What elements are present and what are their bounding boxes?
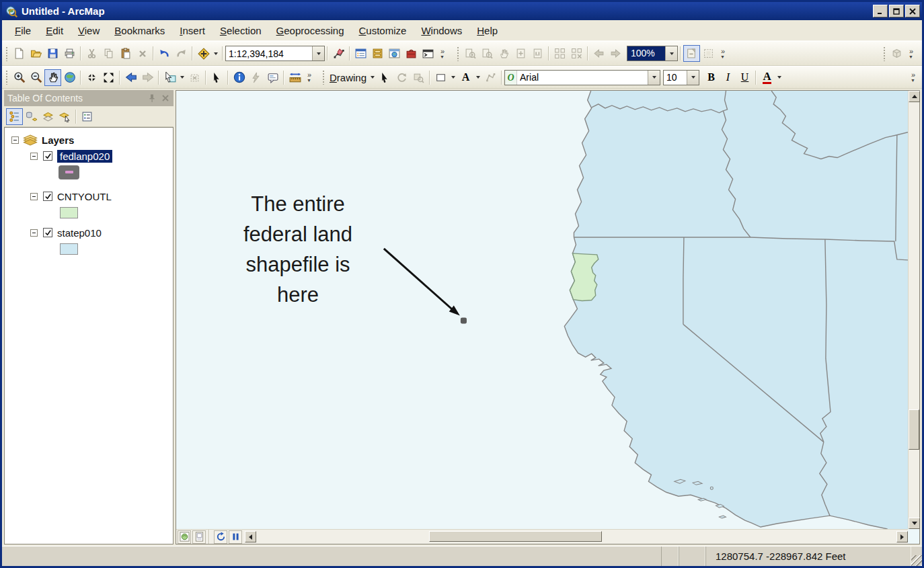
dataframe-toolbar-overflow[interactable]: »▼	[906, 45, 916, 63]
toc-header[interactable]: Table Of Contents	[4, 90, 174, 106]
federal-land-dot[interactable]	[461, 317, 467, 323]
list-by-selection-button[interactable]	[56, 108, 73, 125]
search-window-button[interactable]	[386, 45, 403, 62]
layout-zoom-in-disabled[interactable]	[462, 45, 479, 62]
toolbar-grip[interactable]	[457, 46, 459, 61]
layout-zoom-value[interactable]: 100%	[627, 46, 665, 60]
layout-zoom-dropdown[interactable]	[665, 46, 677, 60]
new-map-button[interactable]	[11, 45, 28, 62]
drawing-menu-dropdown[interactable]	[369, 69, 377, 86]
menu-customize[interactable]: Customize	[352, 22, 414, 40]
new-rectangle-tool[interactable]	[432, 69, 449, 86]
layer-label[interactable]: statep010	[57, 227, 102, 239]
hyperlink-tool-disabled[interactable]	[247, 69, 264, 86]
underline-button[interactable]: U	[736, 69, 753, 86]
menu-help[interactable]: Help	[469, 22, 505, 40]
add-data-button[interactable]	[195, 45, 212, 62]
horizontal-scroll-thumb[interactable]	[429, 531, 602, 542]
vertical-scroll-thumb[interactable]	[909, 409, 919, 450]
refresh-view-button[interactable]	[214, 530, 227, 544]
forward-extent-button-disabled[interactable]	[139, 69, 156, 86]
layer-symbol-row[interactable]	[5, 204, 173, 220]
layer-symbol-row[interactable]	[5, 164, 173, 180]
select-features-tool[interactable]	[161, 69, 178, 86]
pin-icon[interactable]	[147, 93, 157, 103]
fixed-zoom-in-tool[interactable]	[83, 69, 100, 86]
toggle-draft-mode-button[interactable]	[683, 45, 700, 62]
pan-tool-active[interactable]	[44, 69, 61, 86]
identify-tool[interactable]	[231, 69, 247, 86]
undo-button[interactable]	[156, 45, 173, 62]
font-size-dropdown[interactable]	[687, 71, 699, 85]
scroll-left-button[interactable]	[245, 531, 256, 542]
toc-root-row[interactable]: Layers	[5, 132, 173, 148]
font-color-dropdown[interactable]	[775, 69, 783, 86]
editor-toolbar-button[interactable]	[330, 45, 347, 62]
title-bar[interactable]: Untitled - ArcMap	[2, 2, 922, 20]
toolbar-grip[interactable]	[5, 46, 8, 61]
tools-toolbar-overflow[interactable]: »▼	[304, 69, 314, 86]
layer-symbol-row[interactable]	[5, 241, 173, 257]
collapse-icon[interactable]	[30, 153, 38, 160]
list-by-source-button[interactable]	[23, 108, 40, 125]
layout-zoom-out-disabled[interactable]	[479, 45, 496, 62]
minimize-button[interactable]	[873, 5, 888, 17]
paste-button[interactable]	[117, 45, 134, 62]
layer-checkbox[interactable]	[43, 151, 52, 161]
new-dataframe-disabled[interactable]	[888, 45, 905, 62]
layer-row-fedlanp020[interactable]: fedlanp020	[5, 148, 173, 164]
italic-button[interactable]: I	[720, 69, 736, 86]
bold-button[interactable]: B	[703, 69, 720, 86]
standard-toolbar-overflow[interactable]: »▼	[437, 45, 447, 63]
shape-dropdown[interactable]	[449, 69, 457, 86]
layout-fixed-zoom-disabled[interactable]	[512, 45, 529, 62]
list-by-visibility-button[interactable]	[40, 108, 56, 125]
print-button[interactable]	[61, 45, 78, 62]
pause-drawing-button[interactable]	[229, 530, 242, 544]
map-scale-dropdown[interactable]	[312, 46, 324, 60]
layer-checkbox[interactable]	[43, 228, 52, 237]
layer-row-statep010[interactable]: statep010	[5, 225, 173, 241]
clear-selection-disabled[interactable]	[186, 69, 203, 86]
fixed-zoom-out-tool[interactable]	[100, 69, 117, 86]
font-dropdown[interactable]	[648, 71, 660, 85]
list-by-drawing-order-button[interactable]	[6, 108, 23, 125]
layer-checkbox[interactable]	[43, 192, 52, 201]
select-elements-tool[interactable]	[208, 69, 225, 86]
table-of-contents-window-button[interactable]	[352, 45, 369, 62]
drawing-menu-button[interactable]: Drawing	[328, 72, 369, 83]
font-name-input[interactable]	[517, 71, 648, 85]
horizontal-scroll-track[interactable]	[256, 531, 896, 542]
layout-back-extent-disabled[interactable]	[590, 45, 607, 62]
menu-edit[interactable]: Edit	[38, 22, 71, 40]
map-canvas[interactable]: The entire federal land shapefile is her…	[176, 91, 908, 529]
zoom-out-tool[interactable]	[28, 69, 44, 86]
python-window-button[interactable]	[420, 45, 436, 62]
text-dropdown[interactable]	[474, 69, 482, 86]
toolbar-grip[interactable]	[5, 70, 8, 85]
map-scale-input[interactable]	[226, 46, 312, 60]
copy-button-disabled[interactable]	[100, 45, 117, 62]
fedlanp020-point-symbol[interactable]	[59, 165, 79, 179]
rotate-tool-disabled[interactable]	[393, 69, 410, 86]
collapse-icon[interactable]	[30, 229, 38, 237]
layout-view-button[interactable]	[192, 530, 206, 544]
drawing-select-elements-tool[interactable]	[377, 69, 393, 86]
data-view-button[interactable]	[178, 530, 191, 544]
scroll-down-button[interactable]	[909, 518, 920, 529]
vertical-scrollbar[interactable]	[908, 91, 919, 529]
new-text-tool[interactable]: A	[457, 69, 474, 86]
collapse-icon[interactable]	[30, 193, 38, 200]
back-extent-button[interactable]	[122, 69, 139, 86]
scroll-right-button[interactable]	[896, 531, 908, 542]
close-icon[interactable]	[161, 93, 170, 103]
delete-button-disabled[interactable]	[134, 45, 151, 62]
drawing-toolbar-overflow[interactable]: »▼	[908, 69, 918, 86]
toolbar-grip[interactable]	[883, 46, 886, 61]
catalog-window-button[interactable]	[369, 45, 386, 62]
statep010-polygon-symbol[interactable]	[60, 243, 78, 255]
layout-toolbar-overflow[interactable]: »▼	[718, 45, 728, 63]
select-features-dropdown[interactable]	[178, 69, 186, 86]
menu-windows[interactable]: Windows	[414, 22, 469, 40]
menu-insert[interactable]: Insert	[172, 22, 213, 40]
